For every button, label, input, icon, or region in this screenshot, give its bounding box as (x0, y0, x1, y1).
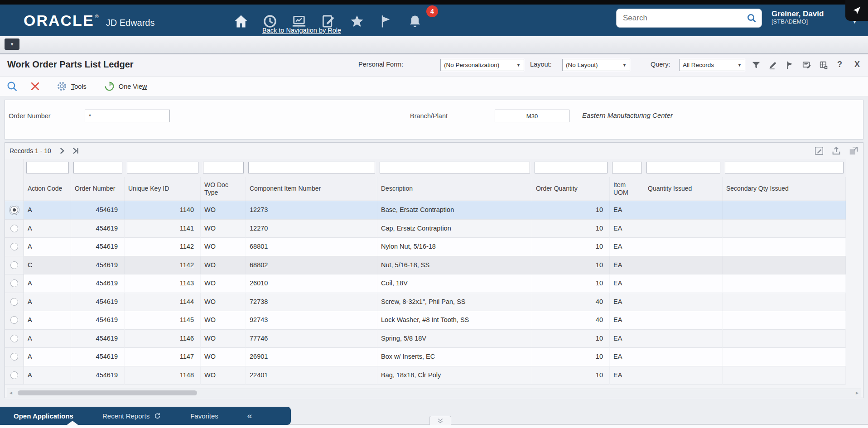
back-to-navigation-link[interactable]: Back to Navigation by Role (262, 27, 341, 34)
favorites-star-icon[interactable] (349, 14, 365, 29)
tab-open-applications[interactable]: Open Applications (14, 412, 73, 420)
query-select[interactable]: All Records ▼ (679, 59, 745, 71)
expand-panel-handle[interactable] (429, 416, 451, 425)
table-row[interactable]: A4546191147WO26901Box w/ Inserts, EC10EA (5, 348, 846, 366)
column-header-doc[interactable]: WO Doc Type (201, 177, 246, 201)
table-row[interactable]: C4546191142WO68802Nut, 5/16-18, SS10EA (5, 256, 846, 275)
row-select-radio[interactable] (10, 206, 18, 214)
filter-input-desc[interactable] (380, 162, 530, 173)
column-header-desc[interactable]: Description (377, 177, 532, 201)
run-flag-icon[interactable] (785, 60, 795, 70)
row-select-radio[interactable] (10, 298, 18, 306)
home-icon[interactable] (233, 14, 249, 29)
one-view-menu[interactable]: One View (104, 81, 147, 92)
search-input[interactable] (617, 14, 746, 23)
column-header-uom[interactable]: Item UOM (610, 177, 644, 201)
table-row[interactable]: A4546191143WO26010Coil, 18V10EA (5, 274, 846, 293)
filter-input-sqty[interactable] (725, 162, 844, 173)
filter-spacer-cell (5, 159, 24, 177)
table-row[interactable]: A4546191146WO77746Spring, 5/8 18V10EA (5, 330, 846, 348)
search-icon[interactable] (746, 13, 757, 24)
filter-input-qissued[interactable] (646, 162, 720, 173)
cell-oqty: 10 (532, 238, 610, 256)
expand-grid-icon[interactable] (849, 146, 858, 156)
filter-cell-desc (377, 159, 532, 177)
filter-input-action[interactable] (26, 162, 69, 173)
form-toolbar: Tools One View (0, 77, 868, 96)
help-button[interactable]: ? (837, 60, 842, 69)
table-row[interactable]: A4546191144WO72738Screw, 8-32x1", Phil P… (5, 293, 846, 312)
collapsed-menu-tab[interactable]: ▾ (5, 38, 19, 50)
edit-pen-icon[interactable] (768, 60, 778, 70)
export-grid-icon[interactable] (831, 146, 841, 156)
table-row[interactable]: A4546191140WO12273Base, Ersatz Contrapti… (5, 201, 846, 220)
column-header-item[interactable]: Component Item Number (246, 177, 377, 201)
cell-item: 68802 (246, 256, 377, 275)
filter-input-oqty[interactable] (535, 162, 608, 173)
parts-list-grid: Action CodeOrder NumberUnique Key IDWO D… (5, 159, 846, 385)
personal-forms-manager-icon[interactable] (802, 60, 812, 70)
scroll-right-arrow-icon[interactable]: ▸ (856, 389, 858, 396)
cell-desc: Screw, 8-32x1", Phil Pan, SS (377, 293, 532, 312)
column-header-sqty[interactable]: Secondary Qty Issued (723, 177, 846, 201)
row-select-radio[interactable] (10, 279, 18, 287)
row-select-radio[interactable] (10, 225, 18, 232)
filter-input-key[interactable] (127, 162, 198, 173)
row-select-radio[interactable] (10, 316, 18, 324)
column-header-qissued[interactable]: Quantity Issued (644, 177, 723, 201)
column-header-action[interactable]: Action Code (24, 177, 71, 201)
branch-plant-input[interactable] (495, 110, 569, 122)
row-select-radio[interactable] (10, 261, 18, 269)
table-row[interactable]: A4546191142WO68801Nylon Nut, 5/16-1810EA (5, 238, 846, 256)
cell-item: 26010 (246, 274, 377, 293)
column-header-key[interactable]: Unique Key ID (125, 177, 201, 201)
row-select-radio[interactable] (10, 353, 18, 361)
scrollbar-thumb[interactable] (18, 390, 197, 395)
flag-icon[interactable] (378, 14, 394, 29)
row-select-radio[interactable] (10, 243, 18, 250)
close-form-button[interactable]: X (854, 60, 860, 69)
customize-grid-icon[interactable] (814, 146, 824, 156)
tab-recent-reports[interactable]: Recent Reports (102, 412, 161, 420)
table-row[interactable]: A4546191148WO22401Bag, 18x18, Clr Poly10… (5, 366, 846, 385)
user-menu[interactable]: Greiner, David [STBADEMO] (772, 10, 824, 25)
jde-application-window: ORACLE ® JD Edwards (0, 0, 868, 428)
filter-input-doc[interactable] (203, 162, 244, 173)
filter-input-order[interactable] (73, 162, 122, 173)
cell-desc: Lock Washer, #8 Int Tooth, SS (377, 311, 532, 330)
scroll-left-arrow-icon[interactable]: ◂ (10, 389, 12, 396)
last-page-icon[interactable] (71, 146, 80, 155)
filter-cell-qissued (644, 159, 723, 177)
tab-favorites[interactable]: Favorites (190, 412, 218, 420)
cell-order: 454619 (71, 201, 125, 220)
row-select-radio[interactable] (10, 335, 18, 342)
close-button[interactable] (29, 81, 41, 92)
table-row[interactable]: A4546191141WO12270Cap, Ersatz Contraptio… (5, 220, 846, 238)
column-header-order[interactable]: Order Number (71, 177, 125, 201)
table-row[interactable]: A4546191145WO92743Lock Washer, #8 Int To… (5, 311, 846, 330)
cell-oqty: 40 (532, 311, 610, 330)
next-page-icon[interactable] (58, 146, 67, 155)
tools-menu[interactable]: Tools (56, 81, 87, 92)
refresh-icon[interactable] (154, 412, 161, 420)
filter-input-item[interactable] (248, 162, 375, 173)
filter-funnel-icon[interactable] (751, 60, 761, 70)
column-header-oqty[interactable]: Order Quantity (532, 177, 610, 201)
grid-horizontal-scrollbar[interactable]: ◂ ▸ (7, 389, 861, 397)
notification-count-badge[interactable]: 4 (426, 5, 438, 17)
save-layout-icon[interactable] (819, 60, 829, 70)
row-select-radio[interactable] (10, 371, 18, 379)
title-row: Work Order Parts List Ledger Personal Fo… (0, 54, 868, 77)
cell-oqty: 10 (532, 348, 610, 366)
cell-doc: WO (201, 274, 246, 293)
cell-doc: WO (201, 220, 246, 238)
cell-uom: EA (610, 238, 644, 256)
footer-taskbar: Open Applications Recent Reports Favorit… (0, 407, 291, 425)
notifications-bell-icon[interactable] (407, 14, 423, 29)
filter-input-uom[interactable] (612, 162, 642, 173)
order-number-input[interactable] (85, 110, 170, 122)
collapse-taskbar-button[interactable]: « (247, 411, 252, 421)
personal-form-select[interactable]: (No Personalization) ▼ (440, 59, 524, 71)
layout-select[interactable]: (No Layout) ▼ (562, 59, 630, 71)
find-button[interactable] (6, 81, 18, 92)
